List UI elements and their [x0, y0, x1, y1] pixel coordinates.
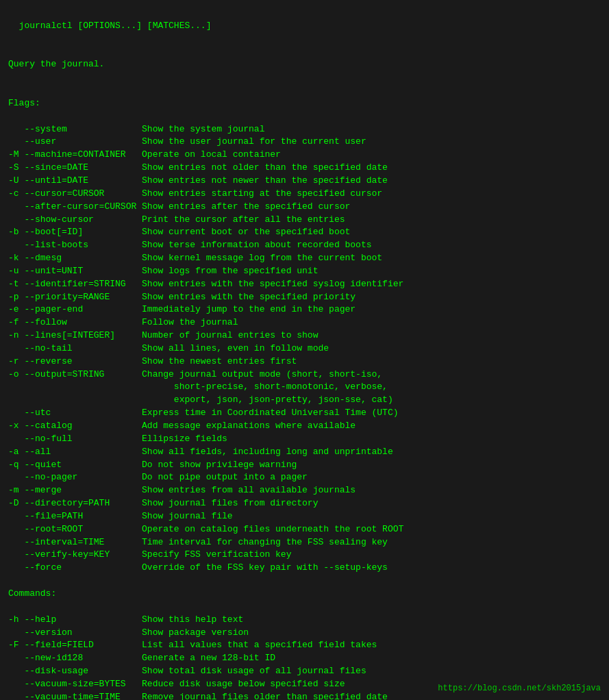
flags-content: --system Show the system journal --user …: [8, 124, 403, 573]
watermark: https://blog.csdn.net/skh2015java: [438, 683, 601, 695]
commands-content: -h --help Show this help text --version …: [8, 614, 388, 700]
terminal-output: journalctl [OPTIONS...] [MATCHES...] Que…: [8, 7, 601, 700]
usage-line: journalctl [OPTIONS...] [MATCHES...]: [19, 21, 212, 31]
flags-header: Flags:: [8, 98, 40, 108]
commands-header: Commands:: [8, 588, 56, 599]
description-line: Query the journal.: [8, 59, 104, 69]
